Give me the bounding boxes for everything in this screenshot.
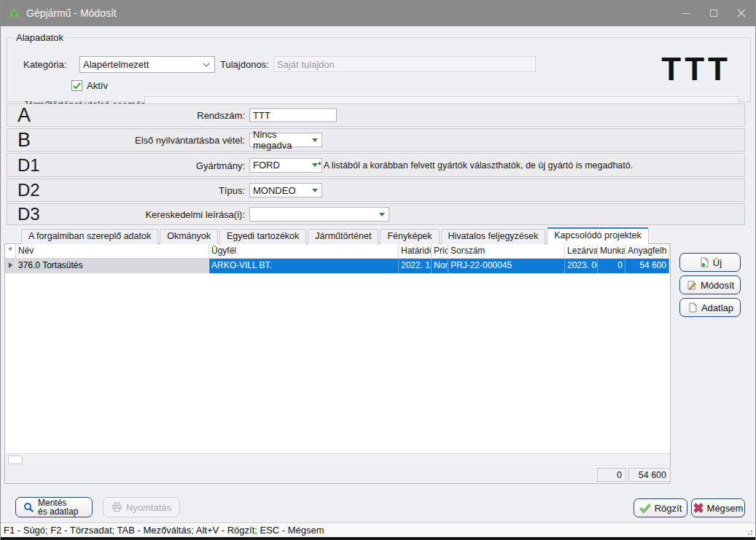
- gyartmany-value: FORD: [253, 160, 280, 171]
- tab-okmanyok[interactable]: Okmányok: [160, 229, 218, 244]
- dropdown-arrow-icon: [379, 213, 385, 216]
- status-bar: F1 - Súgó; F2 - Törzsadat; TAB - Mezővál…: [1, 523, 755, 537]
- grid-summary-row: 0 54 600: [5, 466, 670, 483]
- cell-prio: Nor: [432, 259, 448, 273]
- cell-nev: 376.0 Tortasütés: [16, 259, 209, 273]
- row-indicator-icon: [5, 259, 16, 273]
- select-all-icon[interactable]: *: [5, 244, 16, 258]
- rendszam-label: Rendszám:: [7, 110, 245, 121]
- print-button[interactable]: Nyomtatás: [103, 497, 180, 517]
- datasheet-button[interactable]: Adatlap: [679, 298, 741, 317]
- column-header-sorszam[interactable]: Sorszám: [448, 244, 565, 258]
- window-title: Gépjármű - Módosít: [26, 7, 117, 19]
- vehicle-edit-window: Gépjármű - Módosít Alapadatok Kategória:…: [0, 0, 756, 540]
- minimize-icon: [682, 13, 690, 14]
- cell-munkadij: 0: [598, 259, 626, 273]
- app-icon: [8, 7, 20, 20]
- tab-egyedi-tartozekok[interactable]: Egyedi tartozékok: [219, 229, 306, 244]
- dropdown-arrow-icon: [312, 189, 318, 192]
- kereskedelmi-label: Kereskedelmi leírása(i):: [7, 209, 245, 220]
- plate-preview: TTT: [661, 53, 731, 85]
- red-x-icon: [693, 503, 704, 513]
- new-button[interactable]: Új: [679, 253, 741, 272]
- tipus-label: Típus:: [7, 185, 245, 196]
- summary-anyagfelh: 54 600: [628, 468, 671, 482]
- cell-lezarva: 2023. 06.: [565, 259, 598, 273]
- summary-munkadij: 0: [597, 468, 626, 482]
- titlebar: Gépjármű - Módosít: [1, 0, 755, 26]
- column-header-anyagfelh[interactable]: Anyagfelh: [626, 244, 669, 258]
- print-button-label: Nyomtatás: [126, 502, 171, 513]
- tab-hivatalos-feljegyzesek[interactable]: Hivatalos feljegyzések: [441, 229, 546, 244]
- first-registration-combo[interactable]: Nincs megadva: [249, 133, 322, 147]
- green-check-icon: [639, 504, 651, 513]
- gyartmany-note: * A listából a korábban felvett gyártók …: [318, 160, 633, 171]
- commit-button[interactable]: Rögzít: [634, 498, 687, 517]
- alapadatok-group: Alapadatok Kategória: Alapértelmezett Tu…: [7, 32, 751, 102]
- kategoria-combo[interactable]: Alapértelmezett: [79, 56, 215, 73]
- tab-fenykepek[interactable]: Fényképek: [380, 229, 439, 244]
- scrollbar-thumb[interactable]: [8, 455, 23, 464]
- save-and-datasheet-button[interactable]: Mentés és adatlap: [15, 497, 93, 517]
- tab-forgalmi-adatok[interactable]: A forgalmiban szereplő adatok: [21, 229, 158, 244]
- cell-ugyfel: ARKO-VILL BT.: [209, 259, 399, 273]
- commit-button-label: Rögzít: [655, 503, 682, 514]
- kereskedelmi-combo[interactable]: [249, 207, 389, 222]
- document-pencil-icon: [686, 280, 697, 291]
- section-d1: D1 Gyártmány: FORD * A listából a korább…: [7, 153, 745, 177]
- kategoria-value: Alapértelmezett: [83, 59, 149, 70]
- status-bar-text: F1 - Súgó; F2 - Törzsadat; TAB - Mezővál…: [4, 525, 324, 536]
- window-bottom-edge: [1, 537, 755, 540]
- resize-grip-icon[interactable]: [745, 528, 752, 535]
- kategoria-label: Kategória:: [23, 59, 66, 70]
- tab-jarmutortenet[interactable]: Járműtörténet: [308, 229, 378, 244]
- modify-button-label: Módosít: [701, 280, 734, 291]
- projects-grid: * Név Ügyfél Határidő Prio Sorszám Lezár…: [4, 243, 671, 484]
- save-button-label-line2: és adatlap: [38, 506, 78, 517]
- section-d3: D3 Kereskedelmi leírása(i):: [7, 203, 745, 225]
- tulajdonos-field[interactable]: [273, 56, 536, 72]
- section-b: B Első nyilvántartásba vétel: Nincs mega…: [7, 128, 745, 152]
- cell-anyagfelh: 54 600: [626, 259, 669, 273]
- column-header-hatarido[interactable]: Határidő: [399, 244, 432, 258]
- document-plus-icon: [698, 257, 709, 268]
- column-header-ugyfel[interactable]: Ügyfél: [209, 244, 399, 258]
- column-header-nev[interactable]: Név: [16, 244, 209, 258]
- table-row[interactable]: 376.0 Tortasütés ARKO-VILL BT. 2022. 12.…: [5, 259, 670, 273]
- aktiv-checkbox[interactable]: [71, 80, 82, 91]
- rendszam-field[interactable]: [249, 109, 337, 122]
- cancel-button-label: Mégsem: [707, 503, 744, 514]
- datasheet-button-label: Adatlap: [701, 302, 733, 313]
- printer-icon: [112, 502, 122, 512]
- first-registration-label: Első nyilvántartásba vétel:: [7, 135, 245, 146]
- cancel-button[interactable]: Mégsem: [691, 498, 745, 517]
- tipus-combo[interactable]: MONDEO: [249, 183, 322, 197]
- aktiv-label: Aktív: [87, 80, 108, 91]
- column-header-munkadij[interactable]: Munkad: [598, 244, 626, 258]
- tipus-value: MONDEO: [253, 185, 296, 196]
- horizontal-scrollbar[interactable]: [5, 453, 670, 466]
- gyartmany-combo[interactable]: FORD: [249, 158, 322, 173]
- section-d2: D2 Típus: MONDEO: [7, 179, 745, 202]
- column-header-prio[interactable]: Prio: [432, 244, 448, 258]
- gyartmany-label: Gyártmány:: [7, 160, 245, 171]
- new-button-label: Új: [713, 257, 722, 268]
- check-icon: [73, 82, 81, 90]
- section-a: A Rendszám:: [7, 103, 745, 127]
- chevron-down-icon: [203, 63, 210, 67]
- column-header-lezarva[interactable]: Lezárva: [565, 244, 598, 258]
- tab-kapcsolodo-projektek[interactable]: Kapcsolódó projektek: [547, 227, 649, 244]
- grid-header-row: * Név Ügyfél Határidő Prio Sorszám Lezár…: [5, 244, 670, 259]
- tab-strip: A forgalmiban szereplő adatok Okmányok E…: [21, 227, 649, 244]
- document-icon: [687, 302, 698, 313]
- alapadatok-legend: Alapadatok: [13, 32, 66, 43]
- first-registration-value: Nincs megadva: [253, 129, 312, 151]
- cell-hatarido: 2022. 12.: [399, 259, 432, 273]
- tulajdonos-label: Tulajdonos:: [220, 59, 269, 70]
- close-button[interactable]: [728, 0, 755, 26]
- maximize-button[interactable]: [700, 0, 728, 26]
- modify-button[interactable]: Módosít: [679, 275, 741, 294]
- minimize-button[interactable]: [672, 0, 700, 26]
- dropdown-arrow-icon: [312, 138, 318, 142]
- dropdown-arrow-icon: [312, 163, 318, 167]
